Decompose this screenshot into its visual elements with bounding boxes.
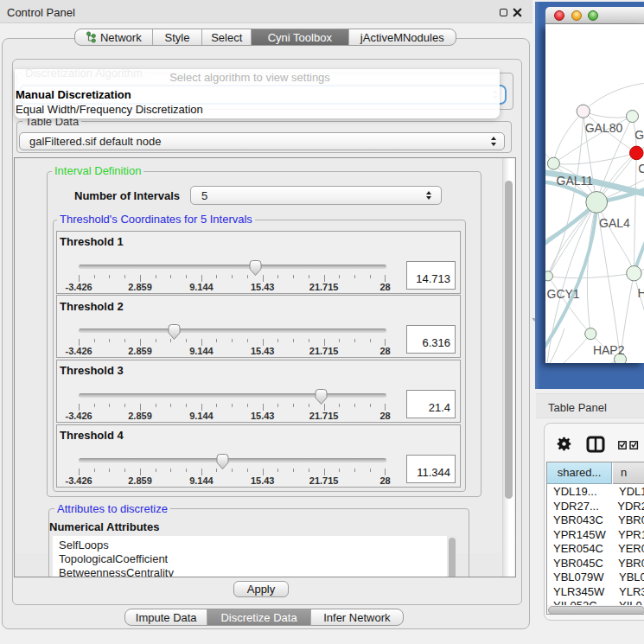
svg-text:HAP2: HAP2	[593, 343, 625, 357]
svg-text:GAL11: GAL11	[557, 174, 594, 188]
svg-text:CY: CY	[638, 162, 644, 175]
svg-text:GAL80: GAL80	[585, 121, 623, 135]
svg-text:GAL: GAL	[634, 128, 644, 142]
svg-text:GCY1: GCY1	[547, 287, 580, 301]
svg-text:GAL4: GAL4	[599, 216, 630, 230]
svg-text:H: H	[637, 286, 644, 300]
